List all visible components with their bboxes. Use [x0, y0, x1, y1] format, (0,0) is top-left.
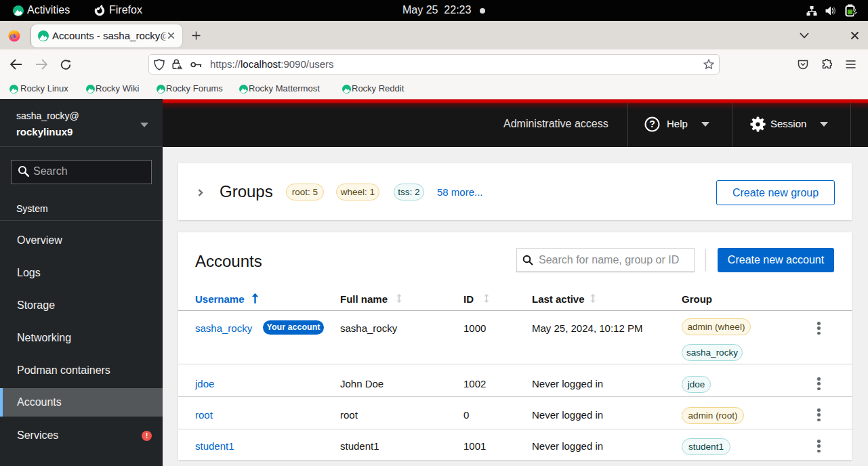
svg-text:?: ? — [649, 119, 655, 129]
